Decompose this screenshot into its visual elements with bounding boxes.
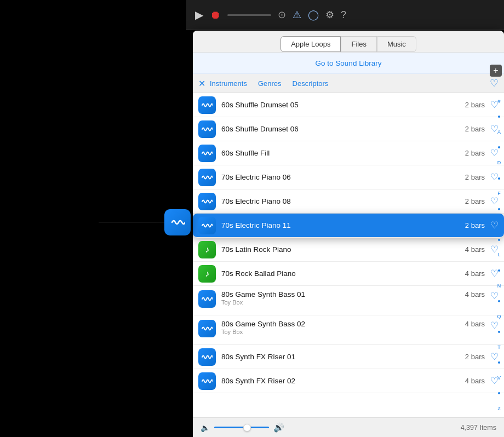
item-name: 70s Rock Ballad Piano	[221, 269, 465, 278]
item-duration: 2 bars	[465, 101, 485, 109]
tab-music[interactable]: Music	[377, 36, 416, 52]
item-favorite-button[interactable]: ♡	[490, 320, 499, 331]
waveform-icon	[198, 372, 216, 390]
add-button[interactable]: +	[490, 65, 502, 77]
help-icon[interactable]: ?	[341, 9, 346, 21]
item-duration: 2 bars	[465, 197, 485, 205]
list-item[interactable]: 80s Game Synth Bass 01Toy Box4 bars♡	[193, 286, 504, 315]
item-name: 80s Game Synth Bass 01	[221, 290, 465, 298]
tab-files[interactable]: Files	[341, 36, 376, 52]
preview-volume-slider[interactable]	[214, 427, 269, 428]
item-name: 80s Synth FX Riser 02	[221, 377, 465, 385]
list-item[interactable]: ♪70s Rock Ballad Piano4 bars♡	[193, 262, 504, 286]
cpu-icon[interactable]: ⚠	[293, 9, 301, 21]
drag-line	[99, 222, 164, 222]
waveform-icon	[198, 290, 216, 308]
item-subtitle: Toy Box	[221, 299, 465, 306]
alpha-index-letter[interactable]: Z	[497, 406, 501, 411]
filter-descriptors[interactable]: Descriptors	[293, 78, 329, 89]
sound-library-banner: Go to Sound Library	[193, 53, 504, 74]
record-button[interactable]: ⏺	[210, 9, 221, 21]
loop-list: 60s Shuffle Drumset 052 bars♡ 60s Shuffl…	[193, 93, 504, 417]
item-info: 70s Electric Piano 11	[221, 221, 465, 229]
item-favorite-button[interactable]: ♡	[490, 375, 499, 387]
list-item[interactable]: 70s Electric Piano 112 bars♡	[193, 214, 504, 238]
list-item[interactable]: 80s Game Synth Bass 02Toy Box4 bars♡	[193, 315, 504, 345]
settings-icon[interactable]: ⚙	[325, 9, 334, 21]
item-info: 80s Game Synth Bass 02Toy Box	[221, 320, 465, 335]
item-duration: 4 bars	[465, 320, 485, 328]
list-item[interactable]: 80s Synth FX Riser 024 bars♡	[193, 369, 504, 393]
favorites-filter[interactable]: ♡	[490, 77, 499, 89]
item-duration: 2 bars	[465, 221, 485, 229]
item-info: 80s Game Synth Bass 01Toy Box	[221, 290, 465, 306]
list-item[interactable]: 70s Electric Piano 062 bars♡	[193, 165, 504, 189]
item-name: 70s Electric Piano 08	[221, 197, 465, 205]
list-item[interactable]: 60s Shuffle Drumset 052 bars♡	[193, 93, 504, 117]
volume-low-icon: 🔈	[201, 423, 210, 432]
list-item[interactable]: 70s Electric Piano 082 bars♡	[193, 189, 504, 214]
item-subtitle: Toy Box	[221, 329, 465, 335]
waveform-icon	[198, 320, 216, 337]
waveform-icon	[198, 96, 216, 114]
item-info: 70s Rock Ballad Piano	[221, 269, 465, 278]
item-favorite-button[interactable]: ♡	[490, 244, 499, 255]
list-item[interactable]: 80s Synth FX Riser 012 bars♡	[193, 345, 504, 369]
top-bar: ▶ ⏺ ⊙ ⚠ ◯ ⚙ ?	[186, 0, 504, 30]
waveform-icon	[198, 169, 216, 186]
browser-panel: + Apple Loops Files Music Go to Sound Li…	[193, 31, 504, 437]
item-name: 60s Shuffle Fill	[221, 149, 465, 157]
item-favorite-button[interactable]: ♡	[490, 268, 499, 279]
volume-track[interactable]	[227, 14, 271, 16]
filter-bar: ✕ Instruments Genres Descriptors ♡	[193, 74, 504, 93]
item-favorite-button[interactable]: ♡	[490, 123, 499, 135]
filter-instruments[interactable]: Instruments	[210, 78, 247, 89]
item-favorite-button[interactable]: ♡	[490, 99, 499, 111]
item-name: 70s Electric Piano 11	[221, 221, 465, 229]
item-count: 4,397 Items	[461, 424, 496, 432]
volume-thumb[interactable]	[243, 424, 251, 432]
master-volume[interactable]	[227, 14, 271, 16]
item-info: 80s Synth FX Riser 01	[221, 353, 465, 361]
item-duration: 2 bars	[465, 353, 485, 361]
item-favorite-button[interactable]: ♡	[490, 351, 499, 363]
sound-library-link[interactable]: Go to Sound Library	[316, 59, 382, 67]
item-favorite-button[interactable]: ♡	[490, 171, 499, 183]
bottom-bar: 🔈 🔊 4,397 Items	[193, 417, 504, 437]
item-info: 70s Electric Piano 08	[221, 197, 465, 205]
item-favorite-button[interactable]: ♡	[490, 290, 499, 302]
item-duration: 2 bars	[465, 173, 485, 181]
item-favorite-button[interactable]: ♡	[490, 196, 499, 207]
music-note-icon: ♪	[198, 241, 216, 258]
item-duration: 2 bars	[465, 149, 485, 157]
waveform-icon	[198, 217, 216, 234]
list-item[interactable]: 60s Shuffle Fill2 bars♡	[193, 141, 504, 165]
list-item[interactable]: ♪70s Latin Rock Piano4 bars♡	[193, 238, 504, 262]
item-favorite-button[interactable]: ♡	[490, 147, 499, 159]
item-info: 60s Shuffle Drumset 05	[221, 101, 465, 109]
metronome-icon[interactable]: ⊙	[278, 9, 286, 21]
tab-apple-loops[interactable]: Apple Loops	[280, 36, 341, 52]
filter-tabs: Instruments Genres Descriptors	[210, 78, 328, 89]
headphone-icon[interactable]: ◯	[308, 9, 319, 21]
item-duration: 4 bars	[465, 377, 485, 385]
drag-ghost-icon	[164, 209, 191, 235]
item-info: 60s Shuffle Fill	[221, 149, 465, 157]
item-name: 60s Shuffle Drumset 05	[221, 101, 465, 109]
item-name: 80s Game Synth Bass 02	[221, 320, 465, 328]
item-name: 70s Latin Rock Piano	[221, 245, 465, 254]
waveform-icon	[198, 348, 216, 366]
filter-genres[interactable]: Genres	[258, 78, 282, 89]
waveform-icon	[198, 193, 216, 210]
list-item[interactable]: 60s Shuffle Drumset 062 bars♡	[193, 117, 504, 141]
waveform-icon	[198, 145, 216, 162]
filter-close-button[interactable]: ✕	[198, 78, 205, 89]
play-button[interactable]: ▶	[195, 8, 203, 21]
item-info: 70s Electric Piano 06	[221, 173, 465, 181]
item-duration: 4 bars	[465, 245, 485, 254]
waveform-icon	[198, 120, 216, 138]
music-note-icon: ♪	[198, 265, 216, 283]
item-duration: 2 bars	[465, 125, 485, 133]
item-name: 70s Electric Piano 06	[221, 173, 465, 181]
item-favorite-button[interactable]: ♡	[490, 220, 499, 231]
